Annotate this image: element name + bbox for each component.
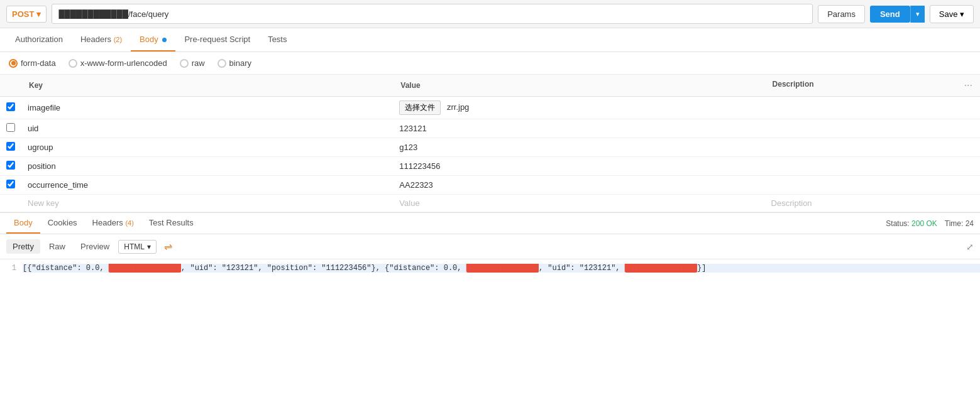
- body-dot: [162, 38, 167, 42]
- response-tabs-bar: Body Cookies Headers (4) Test Results St…: [0, 213, 980, 234]
- radio-binary: [217, 59, 226, 68]
- tab-headers[interactable]: Headers (2): [72, 28, 131, 51]
- redacted-2: ████████████████: [466, 264, 539, 273]
- table-row: ugroup g123: [0, 138, 980, 157]
- params-button[interactable]: Params: [818, 5, 865, 23]
- new-value-placeholder: Value: [399, 198, 419, 208]
- row-value-occurrence-time: AA22323: [393, 176, 764, 195]
- body-type-form-data[interactable]: form-data: [9, 58, 56, 68]
- tab-pre-request[interactable]: Pre-request Script: [175, 28, 259, 51]
- resp-tab-test-results[interactable]: Test Results: [141, 213, 201, 234]
- row-desc-uid: [765, 119, 980, 138]
- row-checkbox-imagefile[interactable]: [6, 102, 15, 111]
- new-desc-placeholder: Description: [771, 198, 812, 208]
- body-types: form-data x-www-form-urlencoded raw bina…: [0, 52, 980, 75]
- format-select[interactable]: HTML ▾: [118, 240, 157, 254]
- new-key-placeholder: New key: [28, 198, 59, 208]
- url-input[interactable]: [52, 4, 813, 24]
- file-choose-button[interactable]: 选择文件: [399, 100, 441, 115]
- viewer-bar: Pretty Raw Preview HTML ▾ ⇌ ⤢: [0, 234, 980, 259]
- tab-body[interactable]: Body: [131, 28, 175, 51]
- resp-tab-cookies[interactable]: Cookies: [40, 213, 85, 234]
- expand-icon[interactable]: ⤢: [966, 242, 974, 252]
- row-checkbox-uid[interactable]: [6, 123, 15, 132]
- tab-authorization[interactable]: Authorization: [6, 28, 72, 51]
- row-desc-position: [765, 157, 980, 176]
- row-checkbox-occurrence-time[interactable]: [6, 180, 15, 188]
- row-key-uid: uid: [21, 119, 393, 138]
- table-row: uid 123121: [0, 119, 980, 138]
- row-desc-imagefile: [765, 97, 980, 119]
- code-area: 1 [{"distance": 0.0, ████████████████, "…: [0, 259, 980, 385]
- line-number: 1: [0, 264, 23, 273]
- send-button[interactable]: Send: [870, 6, 910, 23]
- th-value: Value: [393, 75, 764, 97]
- view-preview-button[interactable]: Preview: [74, 239, 116, 254]
- row-value-ugroup: g123: [393, 138, 764, 157]
- table-new-row: New key Value Description: [0, 195, 980, 212]
- resp-tab-body[interactable]: Body: [6, 213, 40, 234]
- time-label: Time: 24: [945, 219, 974, 228]
- radio-urlencoded: [69, 59, 77, 68]
- top-bar: POST ▾ Params Send ▾ Save ▾: [0, 0, 980, 28]
- status-label: Status: 200 OK: [886, 219, 937, 228]
- method-label: POST: [12, 9, 34, 19]
- th-description: Description ···: [765, 75, 980, 97]
- row-value-imagefile: 选择文件 zrr.jpg: [393, 97, 764, 119]
- table-row: occurrence_time AA22323: [0, 176, 980, 195]
- line-content: [{"distance": 0.0, ████████████████, "ui…: [23, 264, 980, 273]
- row-value-position: 111223456: [393, 157, 764, 176]
- response-section: Body Cookies Headers (4) Test Results St…: [0, 212, 980, 385]
- row-key-ugroup: ugroup: [21, 138, 393, 157]
- request-tabs: Authorization Headers (2) Body Pre-reque…: [0, 28, 980, 52]
- row-key-occurrence-time: occurrence_time: [21, 176, 393, 195]
- status-value: 200 OK: [911, 219, 937, 228]
- status-info: Status: 200 OK Time: 24: [886, 219, 974, 228]
- row-key-imagefile: imagefile: [21, 97, 393, 119]
- body-type-urlencoded[interactable]: x-www-form-urlencoded: [69, 58, 167, 68]
- table-row: position 111223456: [0, 157, 980, 176]
- view-raw-button[interactable]: Raw: [43, 239, 72, 254]
- redacted-1: ████████████████: [109, 264, 181, 273]
- row-checkbox-ugroup[interactable]: [6, 142, 15, 151]
- form-table: Key Value Description ··· imagefile 选择文件…: [0, 75, 980, 212]
- row-desc-ugroup: [765, 138, 980, 157]
- radio-raw: [180, 59, 189, 68]
- view-pretty-button[interactable]: Pretty: [6, 239, 40, 254]
- format-chevron-icon: ▾: [147, 242, 151, 251]
- wrap-button[interactable]: ⇌: [159, 238, 177, 255]
- body-type-binary[interactable]: binary: [217, 58, 251, 68]
- wrap-icon: ⇌: [164, 241, 172, 252]
- method-chevron: ▾: [36, 9, 41, 19]
- row-checkbox-position[interactable]: [6, 161, 15, 170]
- radio-form-data: [9, 59, 18, 68]
- th-checkbox: [0, 75, 21, 97]
- send-dropdown-button[interactable]: ▾: [910, 6, 925, 23]
- body-type-raw[interactable]: raw: [180, 58, 205, 68]
- row-desc-occurrence-time: [765, 176, 980, 195]
- row-value-uid: 123121: [393, 119, 764, 138]
- method-select[interactable]: POST ▾: [6, 6, 47, 23]
- row-key-position: position: [21, 157, 393, 176]
- save-button[interactable]: Save ▾: [930, 5, 974, 23]
- th-more-icon: ···: [964, 80, 972, 91]
- table-row: imagefile 选择文件 zrr.jpg: [0, 97, 980, 119]
- code-line-1: 1 [{"distance": 0.0, ████████████████, "…: [0, 263, 980, 273]
- resp-tab-headers[interactable]: Headers (4): [85, 213, 141, 234]
- redacted-3: ████████████████: [625, 264, 697, 273]
- tab-tests[interactable]: Tests: [259, 28, 295, 51]
- th-key: Key: [21, 75, 393, 97]
